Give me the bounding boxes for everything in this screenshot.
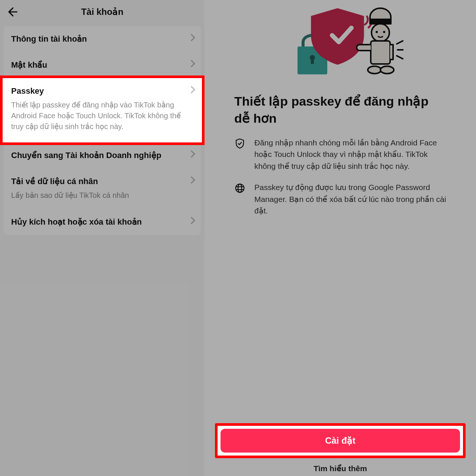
svg-point-7 xyxy=(380,66,394,74)
row-deactivate[interactable]: Hủy kích hoạt hoặc xóa tài khoản xyxy=(4,209,201,235)
row-description: Thiết lập passkey để đăng nhập vào TikTo… xyxy=(11,100,193,132)
benefit-item: Passkey tự động được lưu trong Google Pa… xyxy=(234,181,446,217)
row-business-account[interactable]: Chuyển sang Tài khoản Doanh nghiệp xyxy=(4,142,201,168)
row-password[interactable]: Mật khẩu xyxy=(4,52,201,78)
setup-button[interactable]: Cài đặt xyxy=(221,429,460,453)
svg-point-4 xyxy=(372,24,389,42)
row-label: Hủy kích hoạt hoặc xóa tài khoản xyxy=(11,217,193,227)
hero-illustration xyxy=(277,4,403,86)
left-header: Tài khoản xyxy=(0,0,205,24)
svg-point-12 xyxy=(383,31,385,33)
page-title: Tài khoản xyxy=(81,7,123,17)
row-account-info[interactable]: Thông tin tài khoản xyxy=(4,26,201,52)
row-description: Lấy bản sao dữ liệu TikTok cá nhân xyxy=(11,190,193,201)
row-label: Tải về dữ liệu cá nhân xyxy=(11,177,193,186)
account-settings-screen: Tài khoản Thông tin tài khoản Mật khẩu P… xyxy=(0,0,205,476)
row-label: Thông tin tài khoản xyxy=(11,34,193,44)
bottom-actions: Cài đặt Tìm hiểu thêm xyxy=(205,423,476,476)
settings-list: Thông tin tài khoản Mật khẩu Passkey Thi… xyxy=(4,26,201,235)
back-icon[interactable] xyxy=(6,6,18,18)
row-label: Passkey xyxy=(11,86,193,96)
svg-rect-5 xyxy=(371,41,390,64)
svg-line-10 xyxy=(397,56,403,59)
benefit-item: Đăng nhập nhanh chóng mỗi lần bằng Andro… xyxy=(234,137,446,172)
learn-more-link[interactable]: Tìm hiểu thêm xyxy=(313,464,367,473)
svg-line-8 xyxy=(397,41,403,44)
benefit-text: Đăng nhập nhanh chóng mỗi lần bằng Andro… xyxy=(254,137,446,172)
svg-point-6 xyxy=(368,66,381,74)
benefit-text: Passkey tự động được lưu trong Google Pa… xyxy=(254,181,446,217)
shield-check-icon xyxy=(234,138,246,150)
svg-point-14 xyxy=(238,184,242,193)
svg-point-11 xyxy=(376,31,378,33)
row-passkey[interactable]: Passkey Thiết lập passkey để đăng nhập v… xyxy=(3,78,202,142)
passkey-setup-screen: Thiết lập passkey để đăng nhập dễ hơn Đă… xyxy=(205,0,476,476)
passkey-heading: Thiết lập passkey để đăng nhập dễ hơn xyxy=(234,93,446,127)
benefits-list: Đăng nhập nhanh chóng mỗi lần bằng Andro… xyxy=(234,137,446,217)
row-label: Chuyển sang Tài khoản Doanh nghiệp xyxy=(11,151,193,160)
row-download-data[interactable]: Tải về dữ liệu cá nhân Lấy bản sao dữ li… xyxy=(4,168,201,209)
svg-rect-2 xyxy=(311,59,314,64)
primary-button-highlight: Cài đặt xyxy=(215,423,466,458)
svg-point-13 xyxy=(236,184,244,193)
globe-icon xyxy=(234,183,246,194)
row-label: Mật khẩu xyxy=(11,60,193,70)
